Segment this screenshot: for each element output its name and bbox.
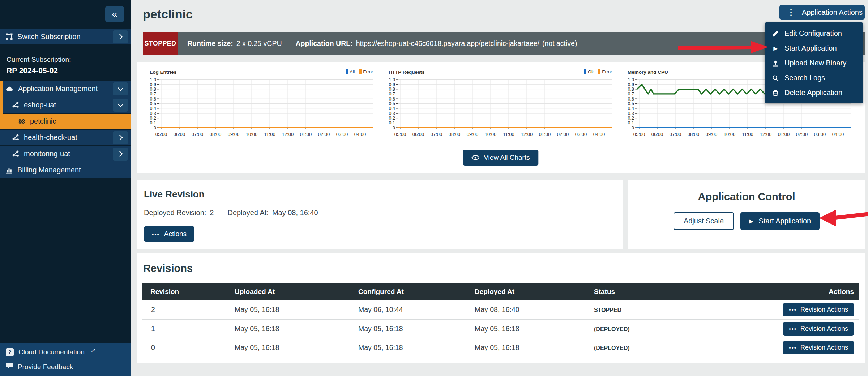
application-actions-button[interactable]: ⋮ Application Actions — [779, 5, 865, 20]
svg-text:05:00: 05:00 — [633, 132, 645, 137]
svg-text:1.0: 1.0 — [389, 77, 395, 82]
sidebar-item-label: petclinic — [30, 117, 56, 125]
menu-item-edit-configuration[interactable]: Edit Configuration — [765, 26, 863, 41]
svg-text:0.6: 0.6 — [389, 97, 395, 102]
revision-actions-label: Revision Actions — [800, 306, 848, 313]
sidebar-item-cloud-documentation[interactable]: ? Cloud Documentation ↗ — [0, 345, 131, 359]
svg-text:0: 0 — [154, 125, 156, 131]
sidebar-item-switch-subscription[interactable]: Switch Subscription — [0, 29, 131, 45]
bar-chart-icon — [6, 167, 13, 174]
svg-text:11:00: 11:00 — [503, 132, 514, 137]
svg-text:12:00: 12:00 — [760, 132, 772, 137]
status-text: (DEPLOYED) — [594, 326, 630, 332]
sidebar-item-provide-feedback[interactable]: Provide Feedback — [0, 359, 131, 374]
cloud-icon — [6, 86, 13, 91]
menu-item-start-application[interactable]: ▶ Start Application — [765, 41, 863, 56]
legend-item: Error — [359, 69, 373, 74]
sidebar-item-eshop-uat[interactable]: eshop-uat — [0, 97, 131, 114]
sidebar-item-monitoring-uat[interactable]: monitoring-uat — [0, 146, 131, 162]
start-application-button[interactable]: ▶ Start Application — [740, 212, 820, 230]
play-icon: ▶ — [772, 45, 779, 52]
svg-text:12:00: 12:00 — [282, 132, 294, 137]
menu-item-label: Start Application — [784, 44, 837, 52]
sidebar-collapse-button[interactable]: « — [105, 6, 124, 22]
configured-at-cell: May 06, 10:44 — [350, 300, 467, 319]
svg-text:02:00: 02:00 — [796, 132, 808, 137]
current-subscription-label: Current Subscription: — [7, 56, 71, 64]
legend-item: Ok — [584, 69, 594, 74]
revisions-table: RevisionUploaded AtConfigured AtDeployed… — [142, 283, 859, 357]
chart-title: Memory and CPU — [628, 69, 668, 75]
svg-text:0.2: 0.2 — [628, 116, 634, 121]
sidebar-item-health-check-uat[interactable]: health-check-uat — [0, 130, 131, 146]
environment-icon — [12, 150, 19, 157]
column-header: Actions — [741, 283, 859, 300]
sidebar-item-billing-management[interactable]: Billing Management — [0, 162, 131, 179]
trash-icon — [772, 90, 779, 96]
legend-swatch-icon — [346, 69, 348, 74]
menu-item-upload-new-binary[interactable]: Upload New Binary — [765, 56, 863, 70]
eye-icon — [471, 155, 479, 160]
sidebar-item-label: Application Management — [18, 85, 98, 93]
svg-text:10:00: 10:00 — [485, 132, 497, 137]
svg-text:06:00: 06:00 — [412, 132, 424, 137]
eshop-uat-collapse-button[interactable] — [113, 99, 128, 112]
svg-text:12:00: 12:00 — [521, 132, 533, 137]
revision-cell: 2 — [142, 300, 227, 319]
svg-text:0.3: 0.3 — [628, 111, 634, 116]
sidebar-item-application-management[interactable]: Application Management — [0, 81, 131, 97]
application-url-note: (not active) — [542, 39, 577, 48]
collapse-icon: « — [112, 8, 117, 20]
monitoring-uat-expand-button[interactable] — [113, 148, 128, 161]
menu-item-search-logs[interactable]: Search Logs — [765, 70, 863, 85]
menu-item-delete-application[interactable]: Delete Application — [765, 85, 863, 100]
sidebar-item-petclinic[interactable]: petclinic — [0, 114, 131, 130]
column-header: Uploaded At — [227, 283, 350, 300]
revision-actions-label: Revision Actions — [800, 344, 848, 351]
revision-actions-button[interactable]: •••Revision Actions — [783, 322, 854, 336]
health-check-uat-expand-button[interactable] — [113, 131, 128, 144]
uploaded-at-cell: May 05, 16:18 — [227, 338, 350, 357]
svg-text:0.6: 0.6 — [150, 97, 156, 102]
actions-cell: •••Revision Actions — [741, 319, 859, 338]
legend-swatch-icon — [584, 69, 586, 74]
legend-item: All — [346, 69, 355, 74]
application-actions-menu: Edit Configuration ▶ Start Application U… — [765, 22, 863, 103]
menu-item-label: Edit Configuration — [784, 29, 842, 38]
svg-text:04:00: 04:00 — [593, 132, 605, 137]
svg-text:0: 0 — [393, 125, 395, 131]
application-status-bar: STOPPED Runtime size: 2 x 0.25 vCPU Appl… — [143, 32, 865, 55]
deployed-at-label: Deployed At: — [227, 209, 268, 217]
sidebar-item-label: Provide Feedback — [18, 363, 73, 371]
status-info: Runtime size: 2 x 0.25 vCPU Application … — [178, 32, 865, 55]
external-link-icon: ↗ — [91, 346, 96, 354]
sidebar-item-label: health-check-uat — [24, 133, 77, 142]
view-all-charts-button[interactable]: View All Charts — [463, 150, 538, 166]
deployed-at-cell: May 08, 16:40 — [467, 300, 586, 319]
svg-text:06:00: 06:00 — [651, 132, 663, 137]
ellipsis-icon: ••• — [152, 231, 160, 237]
play-icon: ▶ — [749, 218, 753, 225]
sidebar-item-label: monitoring-uat — [24, 150, 70, 158]
revision-actions-button[interactable]: •••Revision Actions — [783, 303, 854, 316]
application-management-collapse-button[interactable] — [113, 82, 128, 95]
live-revision-details: Deployed Revision: 2 Deployed At: May 08… — [144, 209, 615, 217]
svg-text:0.7: 0.7 — [150, 91, 156, 97]
environment-icon — [12, 102, 19, 108]
deployed-at-value: May 08, 16:40 — [272, 209, 318, 217]
adjust-scale-button[interactable]: Adjust Scale — [674, 212, 734, 230]
svg-text:07:00: 07:00 — [192, 132, 204, 137]
svg-text:01:00: 01:00 — [300, 132, 312, 137]
svg-text:0.2: 0.2 — [389, 116, 395, 121]
edit-icon — [772, 30, 779, 37]
current-subscription-value: RP 2024-05-02 — [7, 66, 71, 75]
revision-actions-button[interactable]: •••Revision Actions — [783, 341, 854, 354]
svg-text:02:00: 02:00 — [318, 132, 330, 137]
application-url-label: Application URL: — [296, 39, 353, 48]
chart-plot: 00.10.20.30.40.50.60.70.80.91.005:0006:0… — [386, 76, 616, 138]
application-url-value: https://eshop-uat-c46c6018.payara.app/pe… — [356, 39, 539, 48]
live-revision-actions-button[interactable]: ••• Actions — [144, 226, 194, 242]
svg-text:0.8: 0.8 — [150, 87, 156, 92]
switch-subscription-expand-button[interactable] — [113, 30, 128, 43]
current-subscription: Current Subscription: RP 2024-05-02 — [7, 56, 71, 75]
